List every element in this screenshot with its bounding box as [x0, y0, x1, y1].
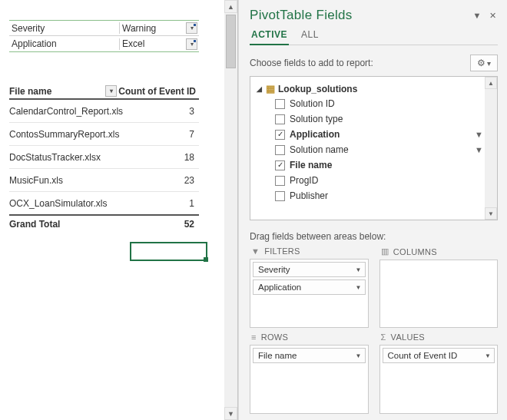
pane-tabs: ACTIVE ALL	[250, 28, 498, 45]
fill-handle[interactable]	[204, 257, 208, 262]
field-item[interactable]: Solution ID	[255, 96, 485, 111]
field-list-scrollbar[interactable]: ▲ ▼	[485, 77, 497, 220]
scroll-down-icon[interactable]: ▼	[485, 207, 497, 220]
table-name: Lookup_solutions	[278, 84, 357, 94]
field-name: Solution ID	[290, 98, 485, 109]
tab-all[interactable]: ALL	[300, 28, 320, 41]
row-name: ContosSummaryReport.xls	[9, 129, 153, 140]
filter-dropdown-icon[interactable]: ▾	[186, 22, 197, 34]
chevron-down-icon[interactable]: ▼	[485, 352, 491, 359]
row-name: CalendarControl_Report.xls	[9, 106, 153, 117]
values-area[interactable]: ΣVALUES Count of Event ID▼	[379, 332, 499, 414]
table-icon: ▦	[266, 83, 275, 94]
rows-icon: ≡	[251, 332, 257, 342]
active-cell-outline	[130, 242, 207, 261]
checkbox[interactable]	[275, 176, 285, 186]
checkbox[interactable]	[275, 114, 285, 124]
row-name: DocStatusTracker.xlsx	[9, 152, 153, 163]
field-item[interactable]: Solution type	[255, 111, 485, 127]
field-item[interactable]: ProgID	[255, 173, 485, 188]
rows-area[interactable]: ≡ROWS File name▼	[250, 332, 369, 414]
filters-area[interactable]: ▼FILTERS Severity▼Application▼	[250, 246, 369, 328]
chevron-down-icon[interactable]: ▼	[356, 352, 362, 359]
area-label: ROWS	[261, 332, 288, 342]
field-list: ◢ ▦ Lookup_solutions Solution IDSolution…	[250, 76, 498, 220]
filter-value: Warning	[122, 23, 156, 34]
chevron-down-icon[interactable]: ▼	[356, 284, 362, 291]
filter-label: Application	[9, 38, 119, 49]
area-pill[interactable]: Severity▼	[253, 262, 366, 277]
table-row[interactable]: MusicFun.xls23	[9, 169, 199, 192]
field-name: Publisher	[290, 190, 485, 201]
field-item[interactable]: Application▼	[255, 127, 485, 142]
scroll-down-icon[interactable]: ▼	[224, 407, 237, 420]
pill-label: Severity	[258, 265, 290, 274]
scroll-up-icon[interactable]: ▲	[224, 0, 237, 13]
pill-label: Application	[258, 283, 301, 292]
vertical-scrollbar[interactable]: ▲ ▼	[224, 0, 237, 420]
table-row[interactable]: OCX_LoanSimulator.xls1	[9, 192, 199, 215]
chevron-down-icon[interactable]: ▼	[356, 266, 362, 273]
field-item[interactable]: Publisher	[255, 188, 485, 203]
choose-fields-label: Choose fields to add to report:	[250, 58, 373, 68]
grand-total-value: 52	[153, 219, 199, 230]
row-header-dropdown-icon[interactable]: ▾	[105, 85, 117, 97]
field-name: Application	[290, 129, 470, 140]
scroll-up-icon[interactable]: ▲	[485, 77, 497, 89]
checkbox[interactable]	[275, 191, 285, 201]
filter-dropdown-icon[interactable]: ▾	[186, 38, 197, 50]
field-item[interactable]: File name	[255, 157, 485, 173]
gear-icon: ⚙	[477, 58, 485, 68]
filter-value: Excel	[122, 38, 144, 49]
pill-label: File name	[258, 351, 297, 360]
tools-button[interactable]: ⚙ ▾	[470, 55, 498, 71]
row-value: 18	[153, 152, 199, 163]
checkbox[interactable]	[275, 130, 285, 140]
grand-total-label: Grand Total	[9, 219, 153, 230]
row-value: 1	[153, 198, 199, 209]
funnel-icon: ▼	[475, 145, 483, 154]
collapse-icon[interactable]: ◢	[255, 85, 263, 93]
checkbox[interactable]	[275, 99, 285, 109]
pivottable-fields-pane: PivotTable Fields ▼ ✕ ACTIVE ALL Choose …	[238, 0, 507, 420]
drop-areas: ▼FILTERS Severity▼Application▼ ▥COLUMNS …	[250, 246, 498, 414]
field-name: Solution type	[290, 114, 485, 124]
pill-label: Count of Event ID	[388, 351, 458, 360]
dropdown-icon[interactable]: ▼	[472, 10, 482, 21]
pane-title: PivotTable Fields	[250, 8, 353, 23]
area-pill[interactable]: Application▼	[253, 279, 366, 295]
drag-hint-label: Drag fields between areas below:	[250, 231, 498, 242]
area-label: FILTERS	[264, 246, 300, 256]
row-value: 3	[153, 106, 199, 117]
columns-icon: ▥	[381, 246, 389, 256]
field-item[interactable]: Solution name▼	[255, 142, 485, 157]
funnel-icon: ▼	[251, 246, 260, 256]
table-row[interactable]: DocStatusTracker.xlsx18	[9, 146, 199, 169]
row-name: OCX_LoanSimulator.xls	[9, 198, 153, 209]
area-label: COLUMNS	[393, 247, 437, 256]
checkbox[interactable]	[275, 145, 285, 155]
field-name: File name	[290, 160, 485, 170]
field-name: Solution name	[290, 144, 470, 155]
chevron-down-icon: ▾	[487, 59, 491, 68]
spreadsheet-pane: Severity Warning ▾ Application Excel ▾ F…	[0, 0, 238, 420]
row-value: 23	[153, 175, 199, 186]
columns-area[interactable]: ▥COLUMNS	[379, 246, 499, 328]
area-pill[interactable]: File name▼	[253, 348, 366, 363]
row-name: MusicFun.xls	[9, 175, 153, 186]
funnel-icon: ▼	[475, 130, 483, 139]
field-name: ProgID	[290, 175, 485, 186]
pivot-table: File name ▾ Count of Event ID CalendarCo…	[9, 83, 199, 233]
area-label: VALUES	[391, 332, 425, 342]
filter-label: Severity	[9, 23, 119, 34]
close-icon[interactable]: ✕	[487, 10, 498, 21]
table-node[interactable]: ◢ ▦ Lookup_solutions	[255, 81, 485, 96]
scroll-thumb[interactable]	[226, 15, 236, 68]
area-pill[interactable]: Count of Event ID▼	[383, 348, 495, 363]
table-row[interactable]: CalendarControl_Report.xls3	[9, 100, 199, 123]
sigma-icon: Σ	[381, 332, 386, 342]
pivot-filter-block: Severity Warning ▾ Application Excel ▾	[9, 20, 199, 52]
checkbox[interactable]	[275, 160, 285, 170]
tab-active[interactable]: ACTIVE	[250, 28, 289, 45]
table-row[interactable]: ContosSummaryReport.xls7	[9, 123, 199, 146]
